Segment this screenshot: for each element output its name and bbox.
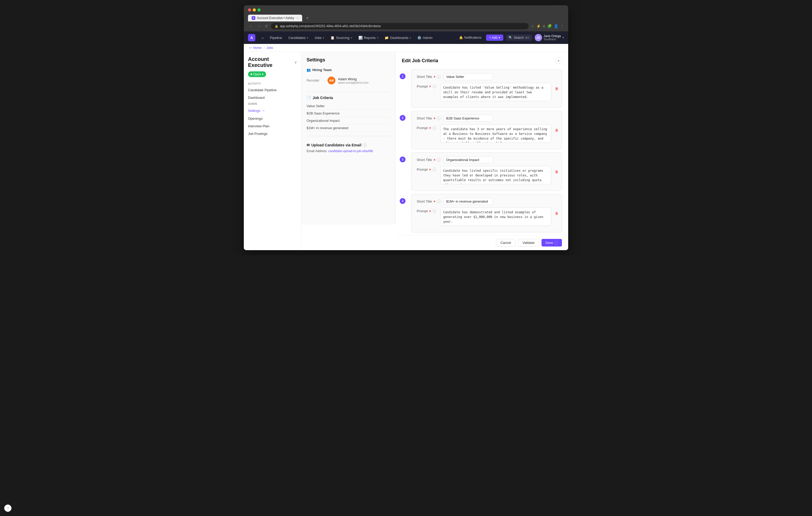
reload-button[interactable]: ↺ — [264, 24, 269, 29]
nav-sourcing[interactable]: 📋 Sourcing ▾ — [327, 31, 355, 44]
prompt-textarea-2[interactable] — [440, 124, 551, 143]
card-inner-2: Short Title ★ i Prompt ★ — [411, 111, 562, 149]
hiring-team-header: 👥 Hiring Team — [307, 68, 390, 72]
recruiter-avatar: AW — [327, 77, 336, 85]
chevron-down-icon: ▾ — [499, 36, 500, 39]
minimize-window-button[interactable] — [253, 8, 256, 11]
forward-button[interactable]: → — [256, 24, 262, 29]
criteria-item-4: $1M+ in revenue generated — [307, 124, 390, 132]
sidebar-item-job-postings[interactable]: Job Postings — [244, 130, 301, 138]
profile-icon[interactable]: A — [543, 24, 545, 28]
delete-button-1[interactable]: 🗑 — [555, 87, 558, 91]
prompt-info-icon-4[interactable]: i — [432, 209, 436, 213]
short-title-input-1[interactable] — [443, 73, 493, 80]
right-panel: Edit Job Criteria × 1 ⋮⋮ — [396, 52, 568, 250]
upload-info-icon[interactable]: i — [363, 143, 367, 147]
job-status-badge[interactable]: Open ▾ — [248, 71, 266, 77]
sidebar-item-settings[interactable]: Settings ← — [244, 107, 301, 115]
short-title-info-icon-4[interactable]: i — [437, 200, 441, 203]
prompt-label-4: Prompt ★ i — [417, 208, 438, 213]
short-title-input-3[interactable] — [443, 156, 493, 163]
notifications-button[interactable]: 🔔 Notifications — [457, 36, 484, 39]
short-title-info-icon-2[interactable]: i — [437, 116, 441, 120]
save-button[interactable]: Save i — [542, 239, 562, 246]
job-title-caret[interactable]: ∨ — [294, 60, 297, 64]
delete-button-3[interactable]: 🗑 — [555, 170, 558, 174]
active-tab[interactable]: A Account Executive • Ashby × — [248, 14, 302, 22]
prompt-label-1: Prompt ★ i — [417, 83, 438, 88]
nav-reports[interactable]: 📊 Reports ▾ — [355, 31, 382, 44]
short-title-label-3: Short Title ★ i — [417, 156, 441, 162]
user-name: Jane Ortega — [544, 34, 561, 38]
user-brand: YourBrand — [544, 38, 561, 41]
edit-panel-header: Edit Job Criteria × — [402, 57, 562, 64]
user-avatar-icon[interactable]: 👤 — [554, 24, 558, 28]
extensions-icon[interactable]: ⚡ — [536, 24, 541, 28]
sidebar-item-candidate-pipeline[interactable]: Candidate Pipeline — [244, 86, 301, 94]
url-text: app.ashbyhq.com/jobs/e24f3252-484a-4654-… — [280, 24, 381, 28]
delete-button-2[interactable]: 🗑 — [555, 128, 558, 132]
add-button[interactable]: + Add ▾ — [486, 34, 503, 41]
prompt-info-icon-3[interactable]: i — [432, 168, 436, 172]
sidebar-item-openings[interactable]: Openings — [244, 115, 301, 122]
prompt-textarea-1[interactable] — [440, 83, 551, 101]
nav-pipeline[interactable]: Pipeline — [267, 31, 285, 44]
required-star: ★ — [429, 126, 431, 130]
criteria-doc-icon: 📄 — [307, 96, 311, 100]
criteria-item-3: Organizational Impact — [307, 117, 390, 124]
delete-button-4[interactable]: 🗑 — [555, 211, 558, 215]
dashboard-icon: 📁 — [384, 36, 389, 40]
hiring-team-section: 👥 Hiring Team Recruiter AW Adam Wong ada… — [307, 68, 390, 87]
nav-jobs[interactable]: Jobs ▾ — [311, 31, 327, 44]
cancel-button[interactable]: Cancel — [496, 239, 515, 246]
recruiter-info: Adam Wong adam.wong@demo.tom — [338, 77, 369, 84]
close-window-button[interactable] — [248, 8, 251, 11]
close-panel-button[interactable]: × — [555, 57, 562, 64]
short-title-info-icon-3[interactable]: i — [437, 158, 441, 162]
nav-admin[interactable]: ⚙️ Admin — [414, 31, 436, 44]
sidebar-item-dashboard[interactable]: Dashboard — [244, 94, 301, 101]
prompt-info-icon-2[interactable]: i — [432, 126, 436, 130]
required-star: ★ — [433, 158, 436, 161]
breadcrumb-separator: » — [263, 46, 265, 50]
title-bar — [244, 5, 568, 14]
save-info-icon[interactable]: i — [554, 241, 558, 245]
sidebar-item-interview-plan[interactable]: Interview Plan — [244, 122, 301, 130]
short-title-input-4[interactable] — [443, 198, 493, 205]
nav-right-actions: 🔔 Notifications + Add ▾ 🔍 Search ⌘K JO J… — [457, 34, 564, 41]
chevron-down-icon: ▾ — [377, 36, 378, 39]
menu-icon[interactable]: ⋮ — [560, 24, 564, 28]
breadcrumb: ↩ Home » Jobs — [244, 44, 568, 52]
short-title-label-2: Short Title ★ i — [417, 115, 441, 120]
validate-button[interactable]: Validate — [518, 239, 539, 246]
edit-panel-title: Edit Job Criteria — [402, 58, 438, 63]
breadcrumb-home-link[interactable]: Home — [253, 46, 262, 50]
recruiter-label: Recruiter — [307, 79, 325, 82]
prompt-textarea-3[interactable] — [440, 166, 551, 184]
divider-2 — [307, 136, 390, 136]
star-icon[interactable]: ☆ — [531, 24, 534, 28]
recruiter-email: adam.wong@demo.tom — [338, 81, 369, 84]
tab-close-button[interactable]: × — [297, 17, 298, 20]
card-number-3: 3 — [400, 157, 405, 162]
puzzle-icon[interactable]: 🧩 — [547, 24, 552, 28]
short-title-info-icon-1[interactable]: i — [437, 75, 441, 79]
nav-candidates[interactable]: Candidates ▾ — [285, 31, 311, 44]
prompt-info-icon-1[interactable]: i — [432, 85, 436, 88]
new-tab-button[interactable]: + — [304, 16, 311, 20]
settings-panel: Settings 👥 Hiring Team Recruiter AW Adam… — [301, 52, 396, 224]
nav-dashboards[interactable]: 📁 Dashboards ▾ — [381, 31, 414, 44]
maximize-window-button[interactable] — [257, 8, 261, 11]
back-button[interactable]: ← — [248, 24, 254, 29]
search-button[interactable]: 🔍 Search ⌘K — [506, 34, 532, 41]
user-menu[interactable]: JO Jane Ortega YourBrand ▾ — [535, 34, 564, 41]
prompt-textarea-4[interactable] — [440, 208, 551, 226]
nav-home[interactable]: ⌂ — [258, 31, 267, 44]
short-title-input-2[interactable] — [443, 115, 493, 122]
user-avatar: JO — [535, 34, 542, 41]
url-bar[interactable]: 🔒 app.ashbyhq.com/jobs/e24f3252-484a-465… — [271, 23, 529, 29]
breadcrumb-jobs-link[interactable]: Jobs — [267, 46, 273, 50]
chevron-down-icon: ▾ — [410, 36, 411, 39]
upload-section-title: ✉ Upload Candidates via Email i — [307, 143, 390, 147]
job-title-header: Account Executive ∨ — [244, 56, 301, 71]
